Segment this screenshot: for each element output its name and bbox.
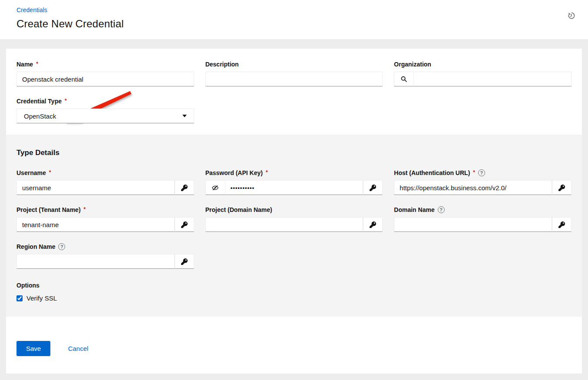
required-asterisk: * [84,206,86,212]
search-icon [400,76,407,83]
help-icon[interactable]: ? [58,243,65,250]
description-label-text: Description [205,61,239,68]
host-label: Host (Authentication URL) * ? [394,169,571,176]
verify-ssl-checkbox[interactable] [17,295,23,301]
organization-input[interactable] [413,72,571,86]
form-actions-section: Save Cancel [6,317,582,373]
username-label: Username * [17,169,194,176]
password-input[interactable] [225,180,363,195]
credential-type-label-text: Credential Type [17,98,62,105]
project-domain-field-group: Project (Domain Name) [205,206,383,232]
key-icon [370,221,376,228]
type-details-section: Type Details Username * [6,135,582,317]
organization-label: Organization [394,61,571,68]
domain-name-prompt-button[interactable] [552,217,571,232]
history-button[interactable] [566,10,577,21]
key-icon [181,185,188,191]
region-name-prompt-button[interactable] [175,254,194,269]
help-icon[interactable]: ? [478,169,485,176]
description-label: Description [205,61,383,68]
page-header: Credentials Create New Credential [0,0,588,39]
history-icon [567,15,576,21]
region-name-input[interactable] [17,254,175,269]
host-label-text: Host (Authentication URL) [394,169,470,176]
eye-slash-icon [211,184,219,192]
credential-type-selected-value: OpenStack [24,112,56,120]
project-domain-input[interactable] [205,217,363,232]
key-icon [370,185,376,191]
key-icon [181,258,188,265]
options-heading: Options [17,282,571,289]
project-domain-prompt-button[interactable] [363,217,383,232]
key-icon [558,185,565,191]
password-label-text: Password (API Key) [205,169,263,176]
host-input[interactable] [394,180,552,195]
domain-name-label-text: Domain Name [394,206,434,213]
username-field-group: Username * [17,169,194,195]
username-input[interactable] [17,180,175,195]
credential-type-label: Credential Type * [17,98,194,105]
password-visibility-toggle[interactable] [205,180,225,195]
credential-type-field-group: Credential Type * OpenStack [17,98,194,123]
basic-fields-section: Name * Description Organization [6,49,582,135]
project-tenant-label: Project (Tenant Name) * [17,206,194,213]
domain-name-input[interactable] [394,217,552,232]
organization-label-text: Organization [394,61,431,68]
help-icon[interactable]: ? [438,206,445,213]
required-asterisk: * [49,169,51,175]
name-input[interactable] [17,72,194,86]
chevron-down-icon [182,115,187,117]
key-icon [558,221,565,228]
project-domain-label-text: Project (Domain Name) [205,206,272,213]
organization-search-button[interactable] [394,72,413,86]
credential-type-select[interactable]: OpenStack [17,109,194,123]
verify-ssl-row: Verify SSL [17,294,571,302]
type-details-heading: Type Details [17,149,571,157]
domain-name-field-group: Domain Name ? [394,206,571,232]
verify-ssl-label[interactable]: Verify SSL [26,294,57,302]
organization-field-group: Organization [394,61,571,86]
credential-form-card: Name * Description Organization [6,49,582,373]
required-asterisk: * [266,169,268,175]
project-tenant-prompt-button[interactable] [175,217,194,232]
password-label: Password (API Key) * [205,169,383,176]
project-tenant-label-text: Project (Tenant Name) [17,206,81,213]
description-input[interactable] [205,72,383,86]
project-tenant-field-group: Project (Tenant Name) * [17,206,194,232]
name-label: Name * [17,61,194,68]
project-tenant-input[interactable] [17,217,175,232]
required-asterisk: * [65,98,67,104]
cancel-button[interactable]: Cancel [68,345,89,352]
host-prompt-button[interactable] [552,180,571,195]
username-label-text: Username [17,169,46,176]
password-prompt-button[interactable] [363,180,383,195]
region-name-label-text: Region Name [17,243,55,250]
password-field-group: Password (API Key) * [205,169,383,195]
required-asterisk: * [36,61,38,67]
breadcrumb-credentials-link[interactable]: Credentials [17,7,47,13]
region-name-field-group: Region Name ? [17,243,194,269]
name-label-text: Name [17,61,33,68]
project-domain-label: Project (Domain Name) [205,206,383,213]
host-field-group: Host (Authentication URL) * ? [394,169,571,195]
name-field-group: Name * [17,61,194,86]
domain-name-label: Domain Name ? [394,206,571,213]
username-prompt-button[interactable] [175,180,194,195]
description-field-group: Description [205,61,383,86]
page-title: Create New Credential [17,18,576,30]
required-asterisk: * [473,169,475,175]
region-name-label: Region Name ? [17,243,194,250]
save-button[interactable]: Save [17,341,50,356]
key-icon [181,221,188,228]
